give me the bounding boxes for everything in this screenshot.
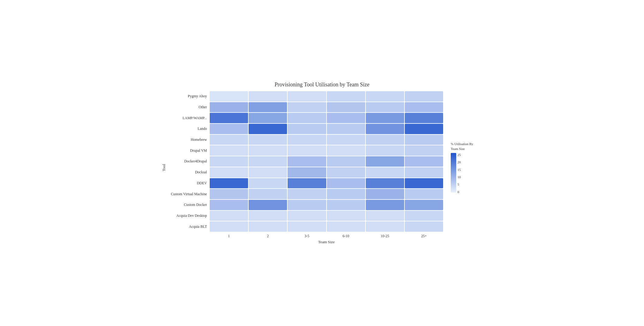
grid-cell: [210, 189, 248, 199]
grid-row: [209, 156, 443, 167]
grid-cell: [366, 200, 404, 210]
legend-value: 0: [457, 190, 461, 194]
grid-cell: [405, 91, 443, 102]
grid-cell: [327, 145, 365, 156]
grid-cell: [366, 145, 404, 156]
grid-cell: [405, 124, 443, 134]
x-axis-label: Team Size: [209, 240, 443, 244]
x-label: 3-5: [287, 232, 326, 238]
y-label: DDEV: [168, 178, 207, 189]
grid-cell: [288, 178, 326, 189]
grid-cell: [249, 91, 287, 102]
grid-cell: [366, 156, 404, 167]
grid-cell: [405, 221, 443, 232]
grid-cell: [327, 91, 365, 102]
grid-cell: [327, 211, 365, 221]
x-label: 6-10: [327, 232, 366, 238]
grid-cell: [210, 200, 248, 210]
chart-container: Provisioning Tool Utilisation by Team Si…: [161, 82, 483, 244]
grid-cell: [210, 156, 248, 167]
grid-cell: [327, 102, 365, 113]
grid-cell: [288, 189, 326, 199]
grid-row: [209, 145, 443, 156]
legend-value: 15: [457, 168, 461, 172]
grid-cell: [327, 113, 365, 123]
grid-cell: [249, 113, 287, 123]
grid-cell: [366, 221, 404, 232]
grid-cell: [249, 221, 287, 232]
legend-tick-labels: 2520151050: [456, 153, 461, 194]
grid-row: [209, 178, 443, 189]
grid-cell: [366, 124, 404, 134]
grid-row: [209, 199, 443, 210]
grid-cell: [366, 135, 404, 145]
grid-row: [209, 221, 443, 232]
legend-value: 10: [457, 175, 461, 179]
grid-cell: [210, 102, 248, 113]
y-label: LAMP/WAMP...: [168, 113, 207, 123]
y-label: Other: [168, 102, 207, 113]
grid-cell: [366, 113, 404, 123]
grid-cell: [405, 189, 443, 199]
grid-cell: [288, 91, 326, 102]
grid-cell: [405, 200, 443, 210]
grid-cell: [327, 135, 365, 145]
y-label: Docker4Drupal: [168, 156, 207, 167]
x-label: 2: [248, 232, 287, 238]
grid-cell: [210, 91, 248, 102]
grid-cell: [327, 156, 365, 167]
grid-row: [209, 189, 443, 199]
x-labels-row: 123-56-1010-2525+: [209, 232, 443, 238]
grid-cell: [366, 178, 404, 189]
grid-cell: [405, 167, 443, 178]
grid-cell: [249, 178, 287, 189]
grid-cell: [288, 167, 326, 178]
grid-cell: [249, 124, 287, 134]
grid-cell: [210, 211, 248, 221]
grid-cell: [288, 102, 326, 113]
grid-cell: [249, 189, 287, 199]
chart-title: Provisioning Tool Utilisation by Team Si…: [275, 82, 369, 88]
grid-cell: [210, 145, 248, 156]
y-labels: Pygmy AhoyOtherLAMP/WAMP...LandoHomebrew…: [168, 91, 209, 232]
legend-area: % Utilisation ByTeam Size 2520151050: [443, 91, 483, 244]
grid-cell: [288, 200, 326, 210]
grid-cell: [210, 167, 248, 178]
grid-row: [209, 113, 443, 123]
grid-cell: [405, 156, 443, 167]
grid-row: [209, 134, 443, 145]
grid-cell: [249, 102, 287, 113]
grid-cell: [405, 135, 443, 145]
grid-cell: [405, 102, 443, 113]
grid-row: [209, 102, 443, 113]
grid-cell: [366, 167, 404, 178]
grid-cell: [366, 91, 404, 102]
grid-cell: [288, 135, 326, 145]
grid-cell: [366, 211, 404, 221]
y-label: Acquia BLT: [168, 221, 207, 232]
grid-cell: [327, 221, 365, 232]
grid-cell: [249, 135, 287, 145]
grid-cell: [249, 211, 287, 221]
y-label: Custom Docker: [168, 199, 207, 210]
x-label: 10-25: [366, 232, 404, 238]
legend-gradient-container: 2520151050: [451, 153, 480, 194]
grid-cell: [288, 124, 326, 134]
y-axis-label: Tool: [161, 91, 167, 244]
grid-cell: [288, 211, 326, 221]
grid-cell: [405, 211, 443, 221]
grid-cell: [249, 156, 287, 167]
grid-cell: [249, 200, 287, 210]
y-label: Drupal VM: [168, 145, 207, 156]
grid-cell: [210, 135, 248, 145]
heatmap-area: Pygmy AhoyOtherLAMP/WAMP...LandoHomebrew…: [168, 91, 443, 232]
grid-row: [209, 167, 443, 178]
y-label: Pygmy Ahoy: [168, 91, 207, 102]
grid-cell: [327, 178, 365, 189]
grid-cell: [405, 113, 443, 123]
grid-cell: [210, 124, 248, 134]
legend-title: % Utilisation ByTeam Size: [451, 142, 480, 151]
y-label: Docksal: [168, 167, 207, 178]
x-label: 1: [209, 232, 248, 238]
legend-value: 5: [457, 182, 461, 186]
